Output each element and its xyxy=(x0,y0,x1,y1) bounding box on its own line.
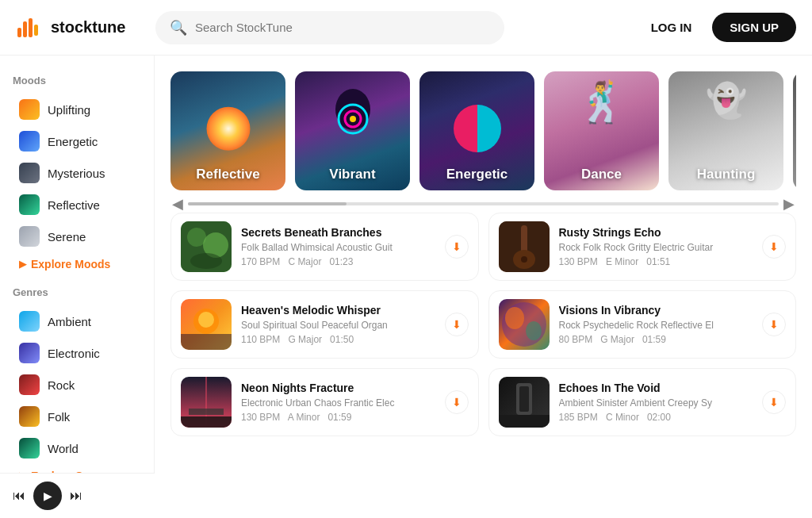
explore-moods-arrow-icon: ▶ xyxy=(19,259,26,270)
track-thumbnail-t1 xyxy=(181,221,232,272)
uplifting-icon xyxy=(19,99,40,120)
track-tags-t5: Electronic Urban Chaos Frantic Elec xyxy=(241,397,435,409)
track-download-t5[interactable]: ⬇ xyxy=(445,390,469,414)
sidebar-item-label: Energetic xyxy=(48,135,98,148)
svg-rect-18 xyxy=(181,334,232,350)
track-title-t6: Echoes In The Void xyxy=(559,382,753,394)
track-thumbnail-t6 xyxy=(499,377,550,428)
sidebar-item-label: Mysterious xyxy=(48,167,105,180)
track-meta-t6: 185 BPM C Minor 02:00 xyxy=(559,412,753,423)
sidebar-item-label: World xyxy=(48,442,79,455)
player-rewind-button[interactable]: ⏮ xyxy=(13,489,25,503)
svg-point-7 xyxy=(350,116,356,122)
track-tags-t2: Rock Folk Rock Gritty Electric Guitar xyxy=(559,242,753,253)
track-download-t4[interactable]: ⬇ xyxy=(762,313,786,336)
explore-moods-link[interactable]: ▶ Explore Moods xyxy=(13,255,141,274)
vibrant-art-icon xyxy=(325,86,381,149)
svg-point-19 xyxy=(198,312,214,328)
reflective-icon xyxy=(19,194,40,215)
track-tags-t1: Folk Ballad Whimsical Acoustic Guit xyxy=(241,242,435,253)
track-title-t1: Secrets Beneath Branches xyxy=(241,226,435,239)
sidebar-item-reflective[interactable]: Reflective xyxy=(13,190,141,220)
player-forward-button[interactable]: ⏭ xyxy=(70,489,82,503)
track-download-t3[interactable]: ⬇ xyxy=(445,313,469,336)
electronic-icon xyxy=(19,343,40,363)
header-actions: LOG IN SIGN UP xyxy=(640,13,796,42)
moods-section-title: Moods xyxy=(13,75,141,86)
track-item-t3[interactable]: Heaven's Melodic Whisper Soul Spiritual … xyxy=(170,290,479,359)
svg-rect-26 xyxy=(189,409,224,415)
sidebar-item-world[interactable]: World xyxy=(13,433,141,463)
carousel-prev-button[interactable]: ◀ xyxy=(172,195,183,213)
mood-card-haunting[interactable]: 👻 Haunting xyxy=(668,71,783,190)
sidebar-item-ambient[interactable]: Ambient xyxy=(13,306,141,336)
sidebar: Moods Uplifting Energetic Mysterious Ref… xyxy=(0,56,155,518)
sidebar-item-serene[interactable]: Serene xyxy=(13,221,141,251)
sidebar-item-energetic[interactable]: Energetic xyxy=(13,126,141,156)
sidebar-item-folk[interactable]: Folk xyxy=(13,401,141,432)
sidebar-item-electronic[interactable]: Electronic xyxy=(13,338,141,368)
search-input[interactable] xyxy=(195,21,490,34)
track-item-t6[interactable]: Echoes In The Void Ambient Sinister Ambi… xyxy=(488,368,797,436)
rock-icon xyxy=(19,374,40,395)
world-icon xyxy=(19,438,40,459)
track-download-t2[interactable]: ⬇ xyxy=(762,235,786,259)
energetic-icon xyxy=(19,131,40,152)
mood-card-vibrant[interactable]: Vibrant xyxy=(295,71,410,190)
mood-card-reflective[interactable]: Reflective xyxy=(170,71,285,190)
track-meta-t1: 170 BPM C Major 01:23 xyxy=(241,256,435,267)
track-info-t3: Heaven's Melodic Whisper Soul Spiritual … xyxy=(241,304,435,345)
sidebar-item-uplifting[interactable]: Uplifting xyxy=(13,94,141,125)
mysterious-icon xyxy=(19,163,40,183)
mood-card-energetic[interactable]: Energetic xyxy=(419,71,534,190)
track-item-t5[interactable]: Neon Nights Fracture Electronic Urban Ch… xyxy=(170,368,479,436)
signup-button[interactable]: SIGN UP xyxy=(712,13,796,42)
player-bar: ⏮ ▶ ⏭ xyxy=(0,473,155,518)
sidebar-item-label: Serene xyxy=(48,230,86,244)
sidebar-item-label: Folk xyxy=(48,410,70,424)
mood-card-extra[interactable] xyxy=(793,71,796,190)
track-tags-t6: Ambient Sinister Ambient Creepy Sy xyxy=(559,397,753,409)
track-info-t2: Rusty Strings Echo Rock Folk Rock Gritty… xyxy=(559,226,753,267)
haunting-card-label: Haunting xyxy=(668,167,783,182)
track-item-t2[interactable]: Rusty Strings Echo Rock Folk Rock Gritty… xyxy=(488,213,797,281)
track-download-t6[interactable]: ⬇ xyxy=(762,390,786,414)
dance-card-label: Dance xyxy=(544,167,659,182)
svg-point-15 xyxy=(521,256,527,263)
svg-point-23 xyxy=(526,321,542,340)
energetic-card-label: Energetic xyxy=(419,167,534,182)
sidebar-item-rock[interactable]: Rock xyxy=(13,370,141,400)
track-download-t1[interactable]: ⬇ xyxy=(445,235,469,259)
track-thumbnail-t4 xyxy=(499,299,550,350)
track-info-t6: Echoes In The Void Ambient Sinister Ambi… xyxy=(559,382,753,423)
energetic-circle-icon xyxy=(454,105,501,152)
mood-carousel: Reflective Vibrant xyxy=(170,71,796,190)
track-tags-t3: Soul Spiritual Soul Peaceful Organ xyxy=(241,320,435,331)
track-item-t1[interactable]: Secrets Beneath Branches Folk Ballad Whi… xyxy=(170,213,479,281)
track-meta-t3: 110 BPM G Major 01:50 xyxy=(241,334,435,345)
explore-moods-label: Explore Moods xyxy=(31,258,110,271)
track-info-t4: Visions In Vibrancy Rock Psychedelic Roc… xyxy=(559,304,753,345)
mood-carousel-wrapper: Reflective Vibrant xyxy=(155,56,812,213)
carousel-next-button[interactable]: ▶ xyxy=(783,195,795,213)
svg-rect-1 xyxy=(23,21,27,37)
search-icon: 🔍 xyxy=(170,19,187,36)
track-title-t4: Visions In Vibrancy xyxy=(559,304,753,317)
carousel-nav: ◀ ▶ xyxy=(170,195,796,213)
logo: stocktune xyxy=(16,13,143,42)
track-thumbnail-t5 xyxy=(181,377,232,428)
carousel-scrollbar-thumb xyxy=(188,202,347,205)
svg-point-22 xyxy=(505,307,524,329)
track-meta-t2: 130 BPM E Minor 01:51 xyxy=(559,256,753,267)
player-play-button[interactable]: ▶ xyxy=(33,482,62,510)
svg-point-11 xyxy=(190,253,222,269)
svg-rect-31 xyxy=(499,415,550,428)
logo-text: stocktune xyxy=(51,18,125,36)
sidebar-item-mysterious[interactable]: Mysterious xyxy=(13,158,141,188)
track-thumbnail-t2 xyxy=(499,221,550,272)
login-button[interactable]: LOG IN xyxy=(640,14,703,40)
track-meta-t4: 80 BPM G Major 01:59 xyxy=(559,334,753,345)
svg-rect-2 xyxy=(29,18,33,37)
track-item-t4[interactable]: Visions In Vibrancy Rock Psychedelic Roc… xyxy=(488,290,797,359)
mood-card-dance[interactable]: 🕺 Dance xyxy=(544,71,659,190)
